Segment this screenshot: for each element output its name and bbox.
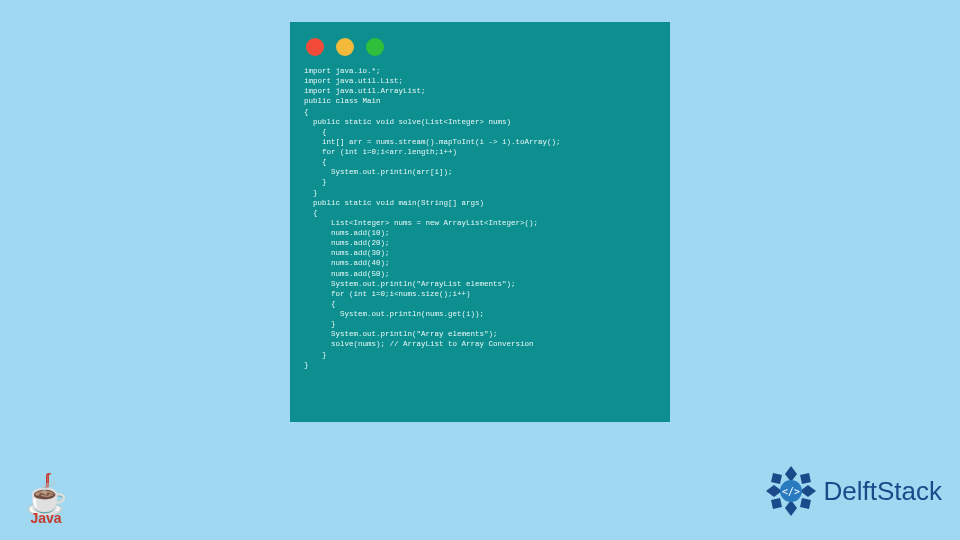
svg-marker-2 [766,485,782,497]
svg-marker-5 [800,473,811,484]
svg-text:</>: </> [781,486,799,497]
svg-marker-0 [785,466,797,482]
svg-marker-1 [785,500,797,516]
code-block: import java.io.*; import java.util.List;… [304,66,656,370]
traffic-lights [304,32,656,66]
svg-marker-6 [771,498,782,509]
java-cup-icon: ☕ [18,485,74,512]
java-logo: ∫∫ ☕ Java [18,475,74,526]
delftstack-logo: </> DelftStack [764,464,943,518]
delftstack-icon: </> [764,464,818,518]
maximize-icon[interactable] [366,38,384,56]
svg-marker-4 [771,473,782,484]
delftstack-label: DelftStack [824,476,943,507]
close-icon[interactable] [306,38,324,56]
svg-marker-7 [800,498,811,509]
svg-marker-3 [800,485,816,497]
minimize-icon[interactable] [336,38,354,56]
code-window: import java.io.*; import java.util.List;… [290,22,670,422]
